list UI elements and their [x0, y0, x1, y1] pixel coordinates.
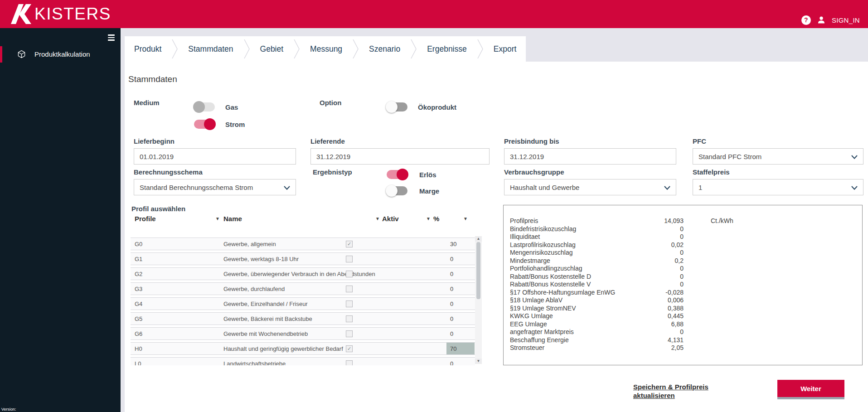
aktiv-checkbox[interactable] — [346, 256, 353, 262]
table-row[interactable]: G2 Gewerbe, überwiegender Verbrauch in d… — [131, 267, 475, 280]
aktiv-checkbox[interactable] — [346, 330, 353, 337]
aktiv-checkbox[interactable]: ✓ — [346, 241, 353, 247]
main-panel: Stammdaten Medium Gas Strom Option Ökopr… — [125, 62, 868, 412]
percent-cell[interactable]: 0 — [446, 283, 475, 295]
sidebar-item-produktkalkulation[interactable]: Produktkalkulation — [0, 46, 121, 63]
tab-messung[interactable]: Messung — [301, 36, 352, 62]
wizard-tabs: Produkt Stammdaten Gebiet Messung Szenar… — [125, 36, 526, 62]
price-row: Rabatt/Bonus Kostenstelle D 0 — [510, 273, 856, 281]
percent-cell[interactable]: 0 — [446, 313, 475, 325]
lieferende-input[interactable] — [310, 148, 490, 165]
hamburger-menu-icon[interactable] — [108, 34, 115, 42]
table-row[interactable]: G1 Gewerbe, werktags 8-18 Uhr 0 — [131, 252, 475, 265]
lieferbeginn-label: Lieferbeginn — [134, 137, 175, 145]
sort-caret-icon[interactable]: ▼ — [463, 216, 468, 221]
profile-table-rows: G0 Gewerbe, allgemein ✓ 30 G1 Gewerbe, w… — [131, 236, 475, 365]
percent-cell[interactable]: 30 — [446, 238, 475, 250]
preisbindung-input[interactable] — [504, 148, 676, 165]
price-value: 0 — [510, 249, 684, 256]
column-header-aktiv[interactable]: Aktiv — [382, 215, 399, 223]
sort-caret-icon[interactable]: ▼ — [375, 216, 380, 221]
berechnungsschema-select[interactable]: Standard Berechnungsschema Strom — [134, 179, 296, 195]
percent-cell[interactable]: 0 — [446, 298, 475, 310]
price-row: §19 Umlage StromNEV 0,388 — [510, 305, 856, 313]
aktiv-checkbox[interactable] — [346, 315, 353, 322]
pfc-select[interactable]: Standard PFC Strom — [693, 148, 863, 165]
price-row: angefragter Marktpreis 0 — [510, 328, 856, 336]
version-label: Version: — [1, 407, 16, 412]
price-value: 0 — [510, 281, 684, 288]
staffelpreis-select[interactable]: 1 — [693, 179, 863, 195]
price-value: 0 — [510, 328, 684, 335]
aktiv-checkbox[interactable] — [346, 360, 353, 365]
tab-szenario[interactable]: Szenario — [359, 36, 410, 62]
percent-cell[interactable]: 0 — [446, 358, 475, 365]
user-icon[interactable] — [817, 15, 826, 24]
chevron-down-icon — [851, 186, 858, 190]
price-row: Portfoliohandlingzuschlag 0 — [510, 265, 856, 273]
column-header-profile[interactable]: Profile — [135, 215, 156, 223]
scroll-down-icon[interactable]: ▼ — [475, 359, 482, 364]
percent-cell[interactable]: 0 — [446, 328, 475, 339]
strom-toggle-label: Strom — [225, 121, 245, 128]
tab-gebiet[interactable]: Gebiet — [251, 36, 293, 62]
save-and-update-link[interactable]: Speichern & Profilpreis aktualisieren — [633, 383, 710, 400]
gas-toggle-label: Gas — [225, 103, 238, 111]
aktiv-checkbox[interactable]: ✓ — [346, 345, 353, 352]
medium-label: Medium — [134, 99, 160, 107]
row-profile: L0 — [135, 360, 141, 365]
berechnungsschema-label: Berechnungsschema — [134, 168, 203, 176]
row-name: Gewerbe, allgemein — [223, 241, 276, 247]
tab-chevron-separator-icon — [352, 36, 359, 62]
strom-toggle[interactable] — [194, 120, 215, 129]
table-row[interactable]: G4 Gewerbe, Einzelhandel / Friseur 0 — [131, 297, 475, 310]
row-profile: G2 — [135, 271, 142, 277]
tab-chevron-separator-icon — [171, 36, 179, 62]
preisbindung-label: Preisbindung bis — [504, 137, 559, 145]
table-row[interactable]: G6 Gewerbe mit Wochenendbetrieb 0 — [131, 327, 475, 340]
tab-ergebnisse[interactable]: Ergebnisse — [417, 36, 476, 62]
chevron-down-icon — [851, 155, 858, 159]
table-row[interactable]: H0 Haushalt und geringfügig gewerblicher… — [131, 342, 475, 355]
price-row: §18 Umlage AblaV 0,006 — [510, 296, 856, 305]
tab-export[interactable]: Export — [484, 36, 526, 62]
price-value: 0,02 — [510, 241, 684, 248]
oekoprodukt-toggle[interactable] — [387, 102, 407, 111]
sort-caret-icon[interactable]: ▼ — [426, 216, 431, 221]
sign-in-button[interactable]: SIGN_IN — [832, 16, 860, 24]
price-row: Mengenrisikozuschlag 0 — [510, 249, 856, 257]
row-name: Gewerbe, werktags 8-18 Uhr — [223, 256, 299, 262]
percent-cell[interactable]: 0 — [446, 253, 475, 265]
berechnungsschema-select-value: Standard Berechnungsschema Strom — [140, 184, 253, 191]
scrollbar-thumb[interactable] — [476, 242, 480, 299]
gas-toggle[interactable] — [194, 102, 215, 111]
sidebar: Produktkalkulation Version: — [0, 28, 121, 412]
aktiv-checkbox[interactable] — [346, 286, 353, 292]
marge-toggle[interactable] — [387, 186, 407, 195]
logo-text: KISTERS — [34, 5, 111, 24]
verbrauchsgruppe-select[interactable]: Haushalt und Gewerbe — [504, 179, 676, 195]
percent-cell[interactable]: 70 — [446, 343, 475, 354]
table-row[interactable]: L0 Landwirtschaftsbetriebe 0 — [131, 357, 475, 365]
active-indicator — [0, 46, 2, 63]
price-row: Mindestmarge 0,2 — [510, 257, 856, 265]
table-row[interactable]: G5 Gewerbe, Bäckerei mit Backstube 0 — [131, 312, 475, 325]
scroll-up-icon[interactable]: ▲ — [475, 236, 482, 242]
lieferbeginn-input[interactable] — [134, 148, 296, 165]
tab-produkt[interactable]: Produkt — [125, 36, 171, 62]
aktiv-checkbox[interactable] — [346, 301, 353, 307]
aktiv-checkbox[interactable] — [346, 271, 353, 277]
erloes-toggle[interactable] — [387, 170, 407, 179]
table-row[interactable]: G3 Gewerbe, durchlaufend 0 — [131, 282, 475, 295]
column-header-percent[interactable]: % — [433, 215, 439, 223]
column-header-name[interactable]: Name — [223, 215, 242, 223]
help-icon[interactable]: ? — [801, 15, 811, 25]
weiter-button[interactable]: Weiter — [777, 380, 844, 399]
sort-caret-icon[interactable]: ▼ — [215, 216, 220, 221]
price-value: 0 — [510, 273, 684, 280]
cube-icon — [17, 50, 26, 58]
percent-cell[interactable]: 0 — [446, 268, 475, 280]
table-row[interactable]: G0 Gewerbe, allgemein ✓ 30 — [131, 238, 475, 250]
table-scrollbar[interactable]: ▲ ▼ — [475, 236, 482, 364]
tab-stammdaten[interactable]: Stammdaten — [179, 36, 242, 62]
